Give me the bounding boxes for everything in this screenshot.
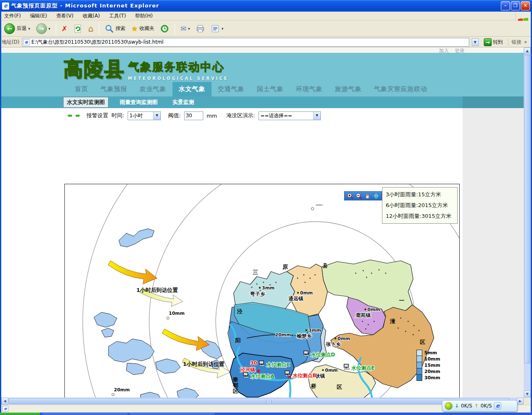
vertical-scrollbar[interactable]: ▲ ▼ [524,47,531,398]
rain-6h: 6小时面雨量:2015立方米 [382,200,457,211]
ie-shortcut-icon[interactable]: e [494,402,501,410]
refresh-button[interactable] [71,23,84,34]
start-button[interactable] [0,413,40,415]
rain-yuchuxiang: 3mm [308,328,321,333]
favorites-button[interactable]: ★ 收藏夹 [130,24,156,34]
zoom-out-icon[interactable] [355,193,362,199]
horizontal-scroll-thumb[interactable] [9,398,509,404]
download-arrow-icon: ↓ [455,403,459,409]
go-button[interactable]: → 转到 [481,38,505,47]
globe-icon[interactable] [373,193,379,199]
flood-select-arrow-icon[interactable]: ▼ [313,112,320,120]
map-label-yi: 一 [399,297,404,304]
station-E[interactable]: 水位测点E [344,364,374,371]
menu-tools[interactable]: 工具(T) [109,12,126,20]
threshold-input[interactable] [184,111,203,120]
monitor-icon [344,364,350,370]
mail-dropdown-icon[interactable]: ▾ [188,27,190,31]
print-icon [196,24,205,33]
edit-button[interactable]: ▾ [209,23,225,34]
ring-center-marker [311,205,323,210]
status-page-icon: e [2,406,8,412]
taskbar-item[interactable] [42,413,128,415]
close-button[interactable]: ✕ [521,1,530,10]
maximize-button[interactable]: ❐ [511,1,520,10]
search-button[interactable]: 搜索 [103,23,127,34]
history-button[interactable] [158,23,171,34]
monitor-icon [303,351,309,356]
windows-taskbar[interactable] [0,413,532,415]
rain-clouds [94,229,222,398]
go-arrow-icon: → [484,38,492,46]
region-northeast [322,260,413,312]
print-button[interactable] [194,23,207,34]
forward-dropdown-icon[interactable]: ▾ [49,27,51,31]
nav-weather-forecast[interactable]: 气象预报 [94,82,133,96]
menu-edit[interactable]: 编辑(E) [30,12,47,20]
back-dropdown-icon[interactable]: ▾ [28,27,30,31]
hydrology-map[interactable]: 3小时面雨量:15立方米 6小时面雨量:2015立方米 12小时面雨量:3015… [64,184,460,398]
stop-button[interactable]: ✗ [60,24,69,34]
home-icon: ⌂ [88,25,94,33]
nav-hydrology[interactable]: 水文气象 [172,82,212,96]
forward-button[interactable]: → ▾ [34,22,52,35]
pan-hand-icon[interactable] [364,193,371,199]
taskbar-item[interactable] [130,413,215,415]
scroll-up-button[interactable]: ▲ [524,47,531,54]
map-label-yang: 阳 [235,337,241,343]
menu-help[interactable]: 帮助(H) [135,12,153,20]
browser-viewport: 加入 登录 高陵县 气象服务联动中心 METEOROLOGICAL SERVIC… [1,47,524,398]
time-select-arrow-icon[interactable]: ▼ [153,112,160,120]
vertical-scroll-thumb[interactable] [524,55,530,363]
svg-text:水位测点E: 水位测点E [351,365,374,371]
scroll-left-button[interactable]: ◀ [1,398,8,405]
legend-item: 20mm [416,368,440,375]
rain-luyuanzhen: 0mm [367,307,380,312]
mail-button[interactable]: ✉ ▾ [179,24,192,34]
menu-favorites[interactable]: 收藏(A) [83,12,100,20]
scroll-right-button[interactable]: ▶ [517,398,524,405]
menu-bar: 文件(F) 编辑(E) 查看(V) 收藏(A) 工具(T) 帮助(H) [0,12,532,20]
flood-demo-select[interactable]: ==请选择== ▼ [259,111,321,120]
nav-tourism[interactable]: 旅游气象 [329,82,368,96]
minimize-button[interactable]: – [501,1,510,10]
nav-agriculture[interactable]: 农业气象 [133,82,172,96]
scroll-down-button[interactable]: ▼ [524,390,531,398]
edit-dropdown-icon[interactable]: ▾ [222,27,224,31]
zoom-in-icon[interactable] [347,193,353,199]
window-border [0,12,1,413]
tab-rainfall-query[interactable]: 雨量查询监测图 [116,97,161,107]
address-dropdown-icon[interactable]: ▼ [472,38,479,46]
nav-land[interactable]: 国土气象 [251,82,290,96]
titlebar[interactable]: e 气象预报页面原型 - Microsoft Internet Explorer… [0,0,532,12]
menu-view[interactable]: 查看(V) [56,12,74,20]
address-input[interactable]: e E:\气象台\原型20110530\原型20110530\swyb-list… [22,38,469,47]
nav-environment[interactable]: 环境气象 [290,82,329,96]
download-speed: 0K/S [461,403,472,409]
links-chevron-icon: » [524,39,527,45]
home-button[interactable]: ⌂ [86,24,95,34]
nav-home[interactable]: 首页 [69,82,94,96]
time-select[interactable]: 1小时 ▼ [128,111,161,120]
logo-subtitle-text: METEOROLOGICAL SERVICE [128,76,229,81]
back-button[interactable]: ← 后退 ▾ [2,22,32,35]
rain-tongyuanzhen: 0mm [300,290,313,296]
ie-window: e 气象预报页面原型 - Microsoft Internet Explorer… [0,0,532,415]
tab-live-monitor[interactable]: 实景监测 [169,97,197,107]
tab-hydrology-realtime[interactable]: 水文实时监测图 [64,97,108,107]
next-arrow-icon[interactable]: ➨ [76,112,81,119]
antivirus-ball-icon [445,402,453,410]
rain-gengzhen: 0mm [325,368,338,373]
nav-disaster-emergency[interactable]: 气象灾害应急联动 [368,82,433,96]
alert-drop-icon [257,370,260,372]
monitor-icon [259,361,265,366]
prev-arrow-icon[interactable]: ➨ [67,112,72,119]
ie-window-icon: e [2,2,9,10]
monitor-icon [243,372,249,378]
links-button[interactable]: 链接 » [508,39,530,46]
map-label-qindu-2: 都 [232,382,239,388]
nav-traffic[interactable]: 交通气象 [212,82,251,96]
menu-file[interactable]: 文件(F) [4,12,21,20]
legend-swatch [416,350,422,356]
net-speed-widget[interactable]: ↓ 0K/S ↑ 0K/S e [442,400,517,412]
